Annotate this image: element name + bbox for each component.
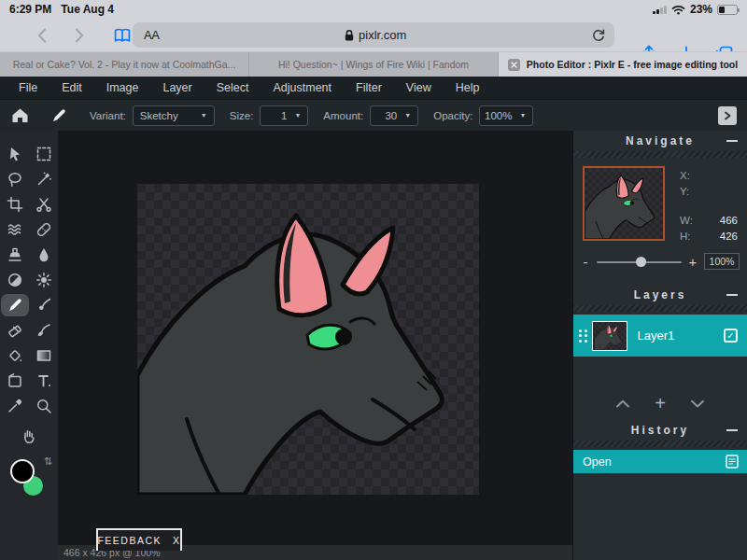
history-entry-open[interactable]: Open [573, 450, 747, 473]
hand-icon [21, 427, 37, 444]
marquee-icon [35, 146, 52, 162]
blur-tool[interactable] [33, 246, 55, 263]
reload-icon [591, 28, 606, 43]
marquee-select-tool[interactable] [33, 146, 55, 162]
zoom-in-button[interactable]: + [688, 254, 698, 270]
layer-visibility-checkbox[interactable]: ✓ [724, 329, 738, 343]
arrange-tool[interactable] [4, 146, 26, 162]
shape-tool[interactable] [4, 372, 26, 389]
panel-divider [573, 441, 747, 447]
close-tab-button[interactable] [508, 59, 520, 71]
variant-select[interactable]: Sketchy ▼ [133, 105, 215, 126]
current-tool-indicator [43, 100, 75, 132]
move-layer-down-button[interactable] [690, 399, 705, 408]
collapse-layers-icon[interactable] [726, 294, 738, 296]
lasso-select-tool[interactable] [4, 171, 26, 188]
text-icon [35, 372, 52, 389]
cutout-tool[interactable] [33, 196, 55, 213]
document-canvas[interactable] [137, 184, 479, 495]
menu-edit[interactable]: Edit [49, 77, 94, 99]
document-icon [726, 455, 739, 469]
paint-bucket-icon [7, 347, 23, 364]
heal-tool[interactable] [33, 221, 55, 238]
draw-tool[interactable] [33, 297, 55, 314]
zoom-slider-knob[interactable] [636, 257, 646, 267]
safari-toolbar: AA pixlr.com [0, 19, 747, 51]
variant-label: Variant: [90, 110, 126, 121]
date: Tue Aug 4 [61, 3, 114, 16]
zoom-out-button[interactable]: - [581, 254, 590, 270]
screen: 6:29 PM Tue Aug 4 23% AA pixlr.com [0, 0, 747, 560]
navigate-title: Navigate [626, 134, 695, 147]
add-layer-button[interactable]: + [655, 393, 666, 414]
clock: 6:29 PM [9, 3, 51, 16]
lock-icon [344, 29, 355, 42]
smudge-tool[interactable] [33, 322, 55, 339]
pencil-icon [7, 297, 23, 314]
reload-button[interactable] [591, 28, 606, 43]
move-layer-up-button[interactable] [615, 399, 630, 408]
variant-value: Sketchy [140, 110, 178, 121]
collapse-history-icon[interactable] [726, 429, 738, 431]
menu-select[interactable]: Select [204, 77, 261, 99]
tab-wings-of-fire[interactable]: Hi! Question~ | Wings of Fire Wiki | Fan… [249, 52, 499, 77]
forward-button[interactable] [73, 27, 101, 44]
navigate-thumbnail[interactable] [583, 166, 665, 241]
sharpen-tool[interactable] [33, 272, 55, 288]
collapse-panel-button[interactable] [718, 106, 737, 125]
wand-select-tool[interactable] [33, 171, 55, 188]
pencil-tool[interactable] [4, 297, 26, 314]
stamp-icon [7, 246, 23, 263]
amount-select[interactable]: 30 ▼ [370, 105, 418, 126]
chevron-down-icon: ▼ [201, 112, 207, 119]
clone-tool[interactable] [4, 246, 26, 263]
dodge-burn-tool[interactable] [4, 272, 26, 288]
address-bar[interactable]: AA pixlr.com [133, 22, 614, 48]
fill-tool[interactable] [4, 347, 26, 364]
menu-view[interactable]: View [394, 77, 444, 99]
brush-icon [35, 297, 52, 314]
tab-coolmath[interactable]: Real or Cake? Vol. 2 - Play it now at Co… [0, 52, 249, 77]
home-button[interactable] [4, 100, 35, 132]
close-icon [511, 62, 517, 68]
book-icon [112, 27, 133, 44]
panel-divider [573, 305, 747, 312]
tab-pixlr-active[interactable]: Photo Editor : Pixlr E - free image edit… [499, 52, 747, 77]
wifi-icon [671, 5, 685, 15]
menu-help[interactable]: Help [444, 77, 492, 99]
menu-filter[interactable]: Filter [344, 77, 394, 99]
back-button[interactable] [35, 27, 63, 44]
crop-tool[interactable] [4, 196, 26, 213]
layers-panel: Layers Layer1 ✓ + [573, 285, 747, 420]
reader-options-button[interactable]: AA [144, 28, 159, 42]
menu-adjustment[interactable]: Adjustment [261, 77, 344, 99]
magic-wand-icon [35, 171, 52, 188]
zoom-slider[interactable] [597, 257, 682, 267]
height-label: H: [680, 231, 691, 242]
swap-colors-icon[interactable]: ⇅ [44, 455, 52, 468]
feedback-close[interactable]: X [173, 535, 181, 546]
zoom-tool[interactable] [33, 398, 55, 414]
battery-percent: 23% [690, 3, 712, 16]
foreground-color-swatch[interactable] [10, 459, 35, 483]
liquify-tool[interactable] [4, 221, 26, 238]
drag-handle-icon[interactable] [579, 329, 587, 343]
layer-row-selected[interactable]: Layer1 ✓ [573, 315, 747, 357]
chevron-right-icon [723, 111, 732, 120]
hand-tool[interactable] [18, 427, 40, 444]
chevron-down-icon: ▼ [404, 112, 411, 119]
feedback-button[interactable]: FEEDBACK X [96, 528, 182, 551]
menu-file[interactable]: File [7, 77, 49, 99]
size-select[interactable]: 1 ▼ [260, 105, 308, 126]
menu-layer[interactable]: Layer [150, 77, 204, 99]
menu-image[interactable]: Image [94, 77, 151, 99]
opacity-select[interactable]: 100% ▼ [479, 105, 533, 126]
navigate-panel: Navigate X: Y: W:466 H:426 - + 100% [573, 131, 747, 285]
artwork-thumbnail [585, 168, 663, 239]
zoom-value-field[interactable]: 100% [704, 253, 740, 270]
text-tool[interactable] [33, 372, 55, 389]
collapse-navigate-icon[interactable] [726, 140, 738, 142]
eraser-tool[interactable] [4, 322, 26, 339]
picker-tool[interactable] [4, 398, 26, 414]
gradient-tool[interactable] [33, 347, 55, 364]
